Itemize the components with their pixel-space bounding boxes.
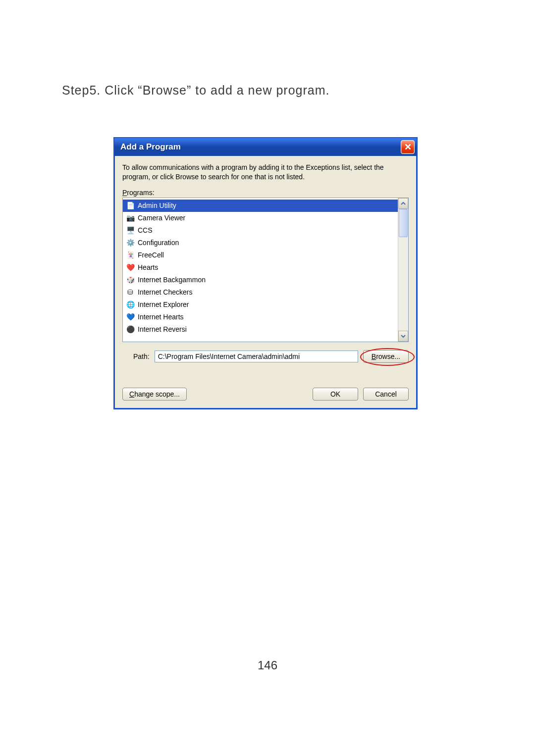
dialog-description: To allow communications with a program b…	[122, 163, 409, 182]
list-item[interactable]: ⚫Internet Reversi	[123, 323, 398, 336]
program-icon: 🌐	[126, 300, 135, 309]
list-item[interactable]: 🌐Internet Explorer	[123, 299, 398, 311]
list-item[interactable]: ⛁Internet Checkers	[123, 286, 398, 299]
chevron-down-icon	[401, 334, 406, 339]
dialog-bottom-row: Change scope... OK Cancel	[122, 388, 409, 401]
programs-list[interactable]: 📄Admin Utility📷Camera Viewer🖥️CCS⚙️Confi…	[123, 198, 398, 342]
program-icon: 💙	[126, 312, 135, 321]
path-row: Path: Browse...	[122, 350, 409, 363]
list-item-label: Internet Backgammon	[138, 276, 206, 284]
program-icon: ⛁	[126, 288, 135, 297]
change-scope-button[interactable]: Change scope...	[122, 388, 187, 401]
list-item-label: Hearts	[138, 263, 158, 271]
program-icon: ⚫	[126, 325, 135, 334]
list-item-label: Admin Utility	[138, 202, 176, 209]
ok-button[interactable]: OK	[313, 388, 358, 401]
path-input[interactable]	[155, 351, 358, 362]
program-icon: ⚙️	[126, 238, 135, 247]
chevron-up-icon	[401, 201, 406, 206]
list-item-label: Internet Hearts	[138, 313, 184, 321]
program-icon: ❤️	[126, 263, 135, 272]
list-item-label: Internet Checkers	[138, 288, 193, 296]
dialog-titlebar: Add a Program ✕	[114, 138, 417, 156]
program-icon: 🎲	[126, 275, 135, 284]
list-item[interactable]: ❤️Hearts	[123, 261, 398, 274]
path-label: Path:	[133, 353, 150, 360]
program-icon: 📄	[126, 201, 135, 210]
close-icon: ✕	[404, 143, 412, 151]
list-item-label: Camera Viewer	[138, 214, 185, 222]
list-item-label: Configuration	[138, 239, 179, 247]
scroll-track[interactable]	[398, 209, 408, 331]
scroll-down-button[interactable]	[398, 331, 408, 342]
list-item[interactable]: 🎲Internet Backgammon	[123, 274, 398, 286]
program-icon: 🃏	[126, 251, 135, 259]
add-program-dialog: Add a Program ✕ To allow communications …	[113, 137, 418, 409]
change-scope-rest: hange scope...	[134, 390, 180, 398]
program-icon: 🖥️	[126, 226, 135, 235]
step-instruction-text: Step5. Click “Browse” to add a new progr…	[62, 83, 329, 98]
close-button[interactable]: ✕	[401, 140, 415, 154]
programs-label: Programs:	[122, 189, 409, 197]
browse-rest: rowse...	[376, 353, 400, 360]
list-item[interactable]: 📷Camera Viewer	[123, 212, 398, 224]
dialog-title: Add a Program	[120, 142, 181, 152]
scroll-up-button[interactable]	[398, 198, 408, 209]
list-item[interactable]: ⚙️Configuration	[123, 237, 398, 249]
list-item[interactable]: 🖥️CCS	[123, 224, 398, 237]
change-scope-accel: C	[129, 390, 134, 398]
programs-listbox[interactable]: 📄Admin Utility📷Camera Viewer🖥️CCS⚙️Confi…	[122, 198, 409, 342]
program-icon: 📷	[126, 213, 135, 222]
scroll-thumb[interactable]	[399, 209, 408, 237]
browse-button[interactable]: Browse...	[363, 350, 409, 363]
list-item-label: Internet Reversi	[138, 325, 187, 333]
page-number: 146	[0, 658, 535, 672]
list-item[interactable]: 📄Admin Utility	[123, 200, 398, 212]
browse-accel: B	[372, 353, 376, 360]
list-item[interactable]: 💙Internet Hearts	[123, 311, 398, 323]
programs-label-accel: P	[122, 189, 127, 197]
list-item-label: Internet Explorer	[138, 301, 189, 308]
list-item-label: FreeCell	[138, 251, 164, 259]
scrollbar[interactable]	[398, 198, 408, 342]
cancel-button[interactable]: Cancel	[363, 388, 409, 401]
list-item[interactable]: 🃏FreeCell	[123, 249, 398, 261]
list-item-label: CCS	[138, 226, 153, 234]
programs-label-rest: rograms:	[127, 189, 154, 197]
dialog-body: To allow communications with a program b…	[114, 156, 417, 408]
